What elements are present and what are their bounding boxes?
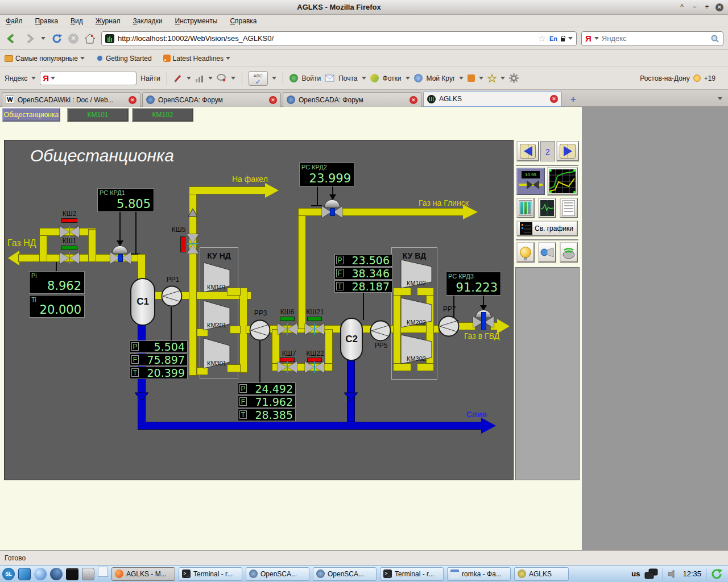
url-input[interactable] — [118, 34, 535, 43]
star-icon[interactable] — [487, 74, 497, 82]
chevron-down-icon[interactable] — [500, 77, 505, 80]
box-icon[interactable] — [468, 74, 475, 82]
terminal-launcher-icon[interactable] — [66, 568, 78, 580]
valve-ksh22[interactable] — [305, 361, 324, 373]
gear-icon[interactable] — [509, 73, 519, 83]
display-krd2[interactable]: РС КРД223.999 — [299, 163, 354, 186]
clock[interactable]: 12:35 — [682, 569, 701, 578]
session-refresh-icon[interactable] — [711, 568, 722, 580]
menu-tools[interactable]: Инструменты — [175, 17, 218, 25]
separator-c2[interactable]: С2 — [340, 318, 363, 361]
thunderbird-icon[interactable] — [50, 568, 63, 580]
url-dropdown-icon[interactable] — [568, 37, 573, 40]
menu-file[interactable]: Файл — [6, 17, 23, 25]
valve-ksh6[interactable] — [278, 323, 297, 335]
history-dropdown-icon[interactable] — [41, 37, 46, 40]
taskbar-window-terminal-1[interactable]: >_ Terminal - r... — [179, 567, 242, 581]
pft-display-1[interactable]: P5.504 F75.897 T20.399 — [130, 340, 188, 380]
home-icon[interactable] — [83, 32, 97, 45]
back-icon[interactable] — [5, 32, 18, 45]
search-engine-dropdown-icon[interactable] — [594, 37, 599, 40]
page-tab-overview[interactable]: Общестанционка — [2, 108, 60, 122]
show-desktop-button[interactable] — [98, 567, 108, 577]
valve-ksh2[interactable] — [60, 226, 79, 238]
horn-button[interactable] — [538, 242, 556, 263]
menu-edit[interactable]: Правка — [35, 17, 59, 25]
bookmark-latest-headlines[interactable]: Latest Headlines — [163, 55, 230, 63]
separator-c1[interactable]: С1 — [130, 278, 155, 326]
yandex-mail[interactable]: Почта — [338, 74, 357, 82]
display-settings-icon[interactable] — [644, 568, 658, 580]
chevron-down-icon[interactable] — [459, 77, 464, 80]
search-input[interactable] — [602, 34, 708, 43]
yandex-brand[interactable]: Яндекс — [5, 74, 27, 82]
forward-icon[interactable] — [23, 32, 36, 45]
chevron-down-icon[interactable] — [231, 77, 235, 80]
chevron-down-icon[interactable] — [208, 77, 213, 80]
comments-bubble-icon[interactable] — [217, 74, 227, 82]
sl-launcher-icon[interactable]: SL — [2, 568, 15, 580]
valve-ksh5[interactable] — [187, 234, 198, 253]
close-button[interactable]: ✕ — [715, 3, 723, 11]
valve-ksh1[interactable] — [60, 252, 79, 264]
taskbar-window-terminal-2[interactable]: >_ Terminal - r... — [380, 567, 444, 581]
oscilloscope-button[interactable] — [538, 198, 556, 218]
display-krd3[interactable]: РС КРД391.223 — [446, 272, 501, 296]
tab-close-icon[interactable]: ✕ — [550, 95, 558, 103]
menu-history[interactable]: Журнал — [96, 17, 121, 25]
tab-list-dropdown-icon[interactable] — [718, 97, 722, 100]
display-krd1[interactable]: РС КРД15.805 — [97, 188, 154, 212]
yandex-my-circle[interactable]: Мой Круг — [427, 74, 456, 82]
next-page-button[interactable] — [556, 141, 579, 161]
tab-aglks[interactable]: AGLKS ✕ — [423, 91, 562, 107]
page-tab-km102[interactable]: КМ102 — [132, 108, 193, 122]
taskbar-window-file-manager[interactable]: romka - Фа... — [447, 567, 511, 581]
taskbar-window-openscada-1[interactable]: OpenSCA... — [246, 567, 309, 581]
weather-city[interactable]: Ростов-на-Дону — [640, 74, 689, 82]
reducer-rr7[interactable] — [438, 315, 460, 337]
maximize-button[interactable]: + — [703, 3, 711, 11]
taskbar-window-openscada-2[interactable]: OpenSCA... — [313, 567, 377, 581]
keyboard-layout-indicator[interactable]: us — [631, 569, 640, 578]
spellcheck-button[interactable]: ABC✓ — [249, 71, 268, 86]
tab-close-icon[interactable]: ✕ — [129, 96, 136, 104]
url-bar[interactable]: ☆ En — [101, 31, 577, 46]
page-number-field[interactable]: 2 — [540, 141, 555, 161]
yandex-login[interactable]: Войти — [302, 74, 321, 82]
archive-launcher-icon[interactable] — [82, 568, 94, 580]
new-tab-button[interactable]: + — [570, 94, 576, 105]
chevron-down-icon[interactable] — [479, 77, 483, 80]
reload-icon[interactable] — [50, 32, 64, 45]
display-ti[interactable]: Ti20.000 — [29, 295, 85, 318]
graph-view-button[interactable] — [547, 167, 578, 196]
chevron-down-icon[interactable] — [187, 77, 191, 80]
search-magnifier-icon[interactable] — [710, 34, 719, 43]
tab-openscada-forum-1[interactable]: OpenSCADA: Форум ✕ — [142, 92, 281, 107]
mnemo-view-button[interactable]: 10.95 — [516, 168, 545, 195]
volume-icon[interactable] — [668, 569, 678, 579]
lamp-button[interactable] — [516, 242, 535, 263]
reducer-rr5[interactable] — [370, 320, 391, 342]
compressor-km201[interactable]: КМ201 — [203, 300, 230, 331]
yandex-photos[interactable]: Фотки — [383, 74, 402, 82]
compressor-km202[interactable]: КМ202 — [400, 297, 432, 328]
reducer-rr1[interactable] — [161, 285, 183, 307]
chevron-down-icon[interactable] — [272, 77, 276, 80]
bookmark-getting-started[interactable]: Getting Started — [96, 55, 152, 63]
cascade-panel-button[interactable] — [516, 198, 535, 218]
compressor-km301[interactable]: КМ301 — [203, 338, 230, 369]
compressor-km101[interactable]: КМ101 — [203, 262, 230, 293]
menu-view[interactable]: Вид — [71, 17, 83, 25]
desktop-launcher-icon[interactable] — [18, 568, 31, 580]
stop-icon[interactable]: ✕ — [68, 34, 78, 44]
bookmark-star-icon[interactable]: ☆ — [538, 34, 545, 44]
valve-ksh21[interactable] — [305, 323, 324, 335]
browser-globe-icon[interactable] — [34, 568, 47, 580]
valve-ksh7[interactable] — [278, 361, 297, 373]
tab-openscada-forum-2[interactable]: OpenSCADA: Форум ✕ — [283, 92, 421, 107]
reducer-rr3[interactable] — [249, 319, 271, 341]
shade-button[interactable]: ^ — [678, 3, 686, 11]
yandex-find-button[interactable]: Найти — [140, 74, 160, 82]
chevron-down-icon[interactable] — [31, 77, 36, 80]
prev-page-button[interactable] — [516, 141, 539, 161]
